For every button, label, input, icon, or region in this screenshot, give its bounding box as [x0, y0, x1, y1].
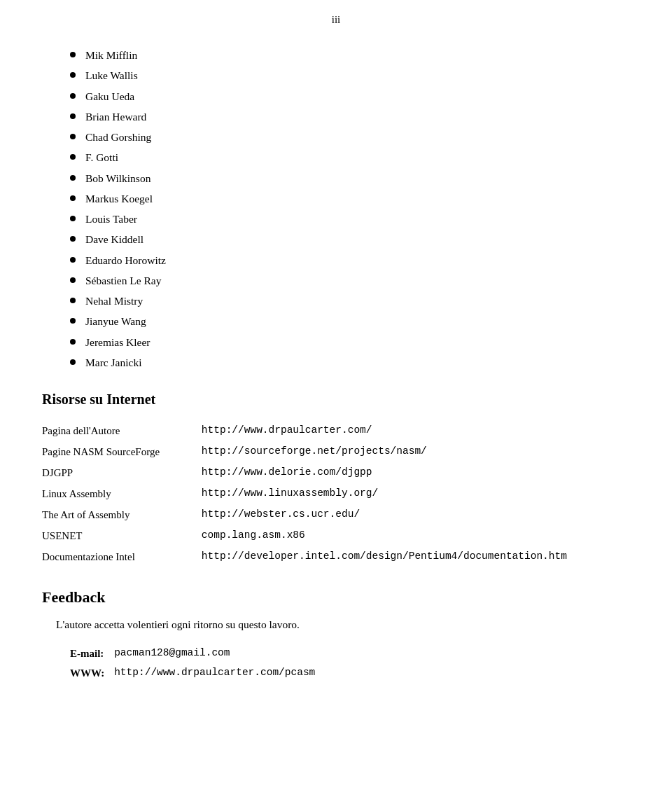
contributor-name: Chad Gorshing: [85, 129, 151, 145]
bullet-icon: [70, 339, 76, 345]
feedback-heading: Feedback: [42, 588, 630, 607]
table-row: Pagine NASM SourceForgehttp://sourceforg…: [42, 441, 630, 462]
list-item: F. Gotti: [70, 149, 630, 165]
resource-url: http://sourceforge.net/projects/nasm/: [202, 441, 630, 462]
contact-value: pacman128@gmail.com: [114, 644, 321, 663]
list-item: Marc Janicki: [70, 354, 630, 370]
bullet-icon: [70, 298, 76, 303]
contributor-name: Jianyue Wang: [85, 313, 146, 329]
table-row: E-mail:pacman128@gmail.com: [70, 644, 321, 663]
bullet-icon: [70, 359, 76, 365]
table-row: Linux Assemblyhttp://www.linuxassembly.o…: [42, 483, 630, 504]
contributor-name: Luke Wallis: [85, 67, 138, 83]
list-item: Dave Kiddell: [70, 231, 630, 247]
table-row: USENETcomp.lang.asm.x86: [42, 525, 630, 546]
bullet-icon: [70, 216, 76, 221]
bullet-icon: [70, 113, 76, 119]
bullet-icon: [70, 175, 76, 181]
contributor-name: Louis Taber: [85, 211, 137, 227]
page-number: iii: [42, 14, 630, 26]
bullet-icon: [70, 318, 76, 324]
table-row: DJGPPhttp://www.delorie.com/djgpp: [42, 462, 630, 483]
bullet-icon: [70, 72, 76, 78]
table-row: WWW:http://www.drpaulcarter.com/pcasm: [70, 663, 321, 683]
list-item: Markus Koegel: [70, 190, 630, 207]
bullet-icon: [70, 52, 76, 57]
resource-label: Pagine NASM SourceForge: [42, 441, 202, 462]
list-item: Sébastien Le Ray: [70, 272, 630, 289]
table-row: Pagina dell'Autorehttp://www.drpaulcarte…: [42, 420, 630, 441]
contributor-name: Dave Kiddell: [85, 231, 144, 247]
contributor-name: F. Gotti: [85, 149, 118, 165]
list-item: Bob Wilkinson: [70, 170, 630, 186]
contributor-name: Eduardo Horowitz: [85, 252, 166, 268]
resource-label: Documentazione Intel: [42, 546, 202, 567]
resources-table: Pagina dell'Autorehttp://www.drpaulcarte…: [42, 420, 630, 567]
contact-value: http://www.drpaulcarter.com/pcasm: [114, 663, 321, 683]
resource-label: The Art of Assembly: [42, 504, 202, 525]
contact-label: E-mail:: [70, 644, 114, 663]
contact-table: E-mail:pacman128@gmail.comWWW:http://www…: [70, 644, 321, 683]
bullet-icon: [70, 93, 76, 99]
contributor-name: Bob Wilkinson: [85, 170, 150, 186]
list-item: Nehal Mistry: [70, 293, 630, 309]
resource-label: Linux Assembly: [42, 483, 202, 504]
resource-url: http://developer.intel.com/design/Pentiu…: [202, 546, 630, 567]
resource-url: comp.lang.asm.x86: [202, 525, 630, 546]
list-item: Brian Heward: [70, 109, 630, 125]
contact-label: WWW:: [70, 663, 114, 683]
resource-label: DJGPP: [42, 462, 202, 483]
resource-label: Pagina dell'Autore: [42, 420, 202, 441]
bullet-icon: [70, 277, 76, 283]
list-item: Louis Taber: [70, 211, 630, 227]
bullet-icon: [70, 257, 76, 263]
resource-url: http://www.linuxassembly.org/: [202, 483, 630, 504]
table-row: Documentazione Intelhttp://developer.int…: [42, 546, 630, 567]
list-item: Chad Gorshing: [70, 129, 630, 145]
contributors-list: Mik MifflinLuke WallisGaku UedaBrian Hew…: [70, 47, 630, 370]
list-item: Jeremias Kleer: [70, 334, 630, 350]
bullet-icon: [70, 195, 76, 201]
contributor-name: Jeremias Kleer: [85, 334, 150, 350]
bullet-icon: [70, 236, 76, 242]
contributor-name: Markus Koegel: [85, 190, 153, 207]
resource-url: http://webster.cs.ucr.edu/: [202, 504, 630, 525]
table-row: The Art of Assemblyhttp://webster.cs.ucr…: [42, 504, 630, 525]
list-item: Gaku Ueda: [70, 88, 630, 104]
contributor-name: Sébastien Le Ray: [85, 272, 161, 289]
resource-url: http://www.drpaulcarter.com/: [202, 420, 630, 441]
list-item: Luke Wallis: [70, 67, 630, 83]
bullet-icon: [70, 154, 76, 160]
list-item: Eduardo Horowitz: [70, 252, 630, 268]
resource-url: http://www.delorie.com/djgpp: [202, 462, 630, 483]
contributor-name: Gaku Ueda: [85, 88, 134, 104]
resource-label: USENET: [42, 525, 202, 546]
feedback-text: L'autore accetta volentieri ogni ritorno…: [56, 616, 630, 634]
list-item: Jianyue Wang: [70, 313, 630, 329]
contributor-name: Mik Mifflin: [85, 47, 137, 63]
resources-heading: Risorse su Internet: [42, 391, 630, 408]
bullet-icon: [70, 134, 76, 139]
contributor-name: Nehal Mistry: [85, 293, 143, 309]
contributor-name: Marc Janicki: [85, 354, 141, 370]
list-item: Mik Mifflin: [70, 47, 630, 63]
contributor-name: Brian Heward: [85, 109, 146, 125]
